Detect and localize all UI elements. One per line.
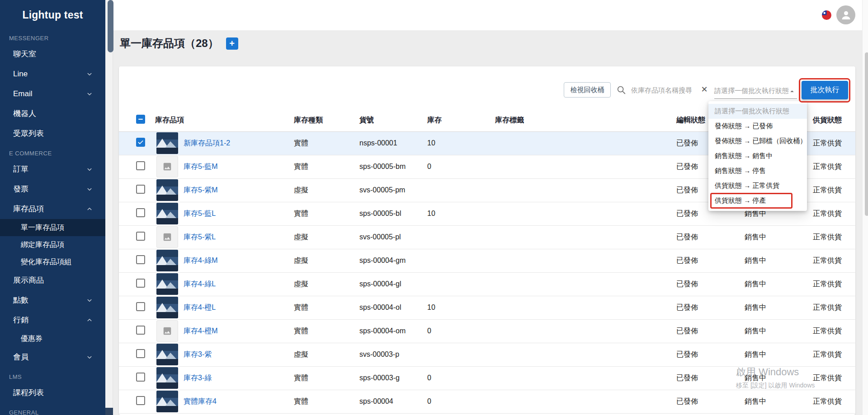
- table-row[interactable]: 庫存4-橙L實體sps-00004-ol10已發佈銷售中正常供貨: [119, 296, 855, 319]
- sidebar-item-label: 變化庫存品項組: [21, 258, 71, 266]
- sidebar-item[interactable]: 單一庫存品項: [0, 219, 105, 236]
- row-checkbox[interactable]: [136, 232, 145, 241]
- dropdown-option[interactable]: 銷售狀態 → 停售: [708, 163, 807, 178]
- product-name-link[interactable]: 庫存4-綠M: [184, 256, 218, 266]
- topbar: [113, 0, 862, 30]
- sidebar-item[interactable]: 展示商品: [0, 270, 105, 290]
- dropdown-option[interactable]: 供貨狀態 → 正常供貨: [708, 178, 807, 193]
- product-name-link[interactable]: 庫存4-橙M: [184, 326, 218, 336]
- table-row[interactable]: 庫存4-綠M虛擬sps-00004-gm已發佈銷售中正常供貨: [119, 249, 855, 272]
- row-checkbox[interactable]: [136, 255, 145, 264]
- sidebar-item[interactable]: 優惠券: [0, 330, 105, 347]
- sidebar-scrollbar[interactable]: [105, 0, 113, 415]
- sale-status-cell: 銷售中: [745, 343, 813, 366]
- product-name-link[interactable]: 庫存5-紫M: [184, 186, 218, 195]
- stock-cell: [427, 272, 495, 296]
- search-icon: [616, 85, 626, 95]
- sidebar-item[interactable]: 訂單: [0, 159, 105, 179]
- sidebar-item-label: Email: [13, 89, 33, 98]
- sku-cell: sps-00005-bm: [359, 155, 427, 178]
- table-row[interactable]: 庫存5-紫L虛擬svs-00005-pl已發佈銷售中正常供貨: [119, 225, 855, 249]
- edit-status-cell: 已發佈: [676, 225, 745, 249]
- sidebar-item-label: 行銷: [13, 316, 28, 324]
- inventory-type-cell: 實體: [294, 366, 359, 390]
- clear-x-icon[interactable]: ✕: [698, 84, 710, 95]
- sidebar-item[interactable]: 行銷: [0, 310, 105, 330]
- view-trash-button[interactable]: 檢視回收桶: [564, 82, 611, 98]
- table-row[interactable]: 庫存3-紫虛擬svs-00003-p已發佈銷售中正常供貨: [119, 343, 855, 366]
- product-name-link[interactable]: 庫存4-橙L: [184, 303, 216, 312]
- page-scrollbar-thumb[interactable]: [865, 52, 868, 216]
- row-checkbox[interactable]: [136, 279, 145, 288]
- table-row[interactable]: 庫存3-綠實體sps-00003-g0已發佈銷售中正常供貨: [119, 366, 855, 390]
- dropdown-option[interactable]: 發佈狀態 → 已發佈: [708, 119, 807, 134]
- edit-status-cell: 已發佈: [676, 366, 745, 390]
- dropdown-option[interactable]: 銷售狀態 → 銷售中: [708, 149, 807, 163]
- sidebar-section-label: MESSENGER: [0, 28, 105, 44]
- product-photo-thumbnail: [156, 273, 178, 295]
- row-checkbox[interactable]: [136, 302, 145, 311]
- batch-status-select[interactable]: 請選擇一個批次執行狀態: [714, 84, 797, 99]
- sidebar-item[interactable]: 受眾列表: [0, 124, 105, 144]
- row-checkbox[interactable]: [136, 185, 145, 194]
- row-checkbox[interactable]: [136, 373, 145, 382]
- row-checkbox[interactable]: [136, 326, 145, 335]
- sidebar-scrollbar-down-button[interactable]: [105, 408, 113, 415]
- sidebar-item[interactable]: 發票: [0, 179, 105, 199]
- sidebar-item[interactable]: 點數: [0, 290, 105, 310]
- sidebar-item[interactable]: 庫存品項: [0, 199, 105, 219]
- supply-status-cell: 正常供貨: [813, 249, 855, 272]
- table-row[interactable]: 實體庫存4實體sps-000040已發佈銷售中正常供貨: [119, 390, 855, 413]
- chevron-down-icon: [85, 296, 94, 304]
- table-row[interactable]: 庫存4-橙M實體sps-00004-om0已發佈銷售中正常供貨: [119, 319, 855, 343]
- placeholder-image-icon: [156, 320, 178, 342]
- product-name-link[interactable]: 庫存3-綠: [184, 373, 212, 383]
- search-input[interactable]: [631, 83, 699, 97]
- product-name-link[interactable]: 實體庫存4: [184, 397, 217, 406]
- batch-execute-button[interactable]: 批次執行: [802, 81, 848, 99]
- sidebar-item[interactable]: 會員: [0, 347, 105, 367]
- select-all-checkbox[interactable]: [136, 115, 145, 124]
- dropdown-option[interactable]: 發佈狀態 → 已歸檔（回收桶）: [708, 134, 807, 149]
- dropdown-option[interactable]: 供貨狀態 → 停產: [708, 193, 807, 208]
- row-checkbox[interactable]: [136, 208, 145, 217]
- sidebar-item[interactable]: Email: [0, 84, 105, 104]
- sidebar-item-label: 點數: [13, 296, 28, 304]
- sidebar-item-label: 發票: [13, 185, 28, 193]
- column-header: 供貨狀態: [813, 109, 855, 131]
- sidebar-item[interactable]: Line: [0, 64, 105, 84]
- chevron-down-icon: [85, 185, 94, 193]
- chevron-up-icon: [85, 205, 94, 213]
- row-checkbox[interactable]: [136, 349, 145, 358]
- sidebar-item-label: 單一庫存品項: [21, 224, 64, 231]
- sidebar-item-label: 會員: [13, 353, 28, 361]
- sidebar-item[interactable]: 機器人: [0, 104, 105, 124]
- edit-status-cell: 已發佈: [676, 343, 745, 366]
- dropdown-option[interactable]: 請選擇一個批次執行狀態: [708, 104, 807, 119]
- sidebar-item[interactable]: 綁定庫存品項: [0, 236, 105, 253]
- product-name-link[interactable]: 新庫存品項1-2: [184, 139, 230, 148]
- product-name-link[interactable]: 庫存3-紫: [184, 350, 212, 359]
- user-avatar-icon[interactable]: [836, 5, 855, 24]
- row-checkbox[interactable]: [136, 138, 145, 147]
- product-name-link[interactable]: 庫存5-藍L: [184, 209, 216, 219]
- sku-cell: sps-00004-gm: [359, 249, 427, 272]
- sidebar-scrollbar-thumb[interactable]: [108, 0, 113, 52]
- product-name-link[interactable]: 庫存4-綠L: [184, 280, 216, 289]
- product-name-link[interactable]: 庫存5-藍M: [184, 162, 218, 172]
- language-flag-icon[interactable]: [822, 10, 831, 20]
- sale-status-cell: 銷售中: [745, 366, 813, 390]
- product-name-link[interactable]: 庫存5-紫L: [184, 233, 216, 242]
- sidebar-item[interactable]: 變化庫存品項組: [0, 253, 105, 270]
- tag-cell: [495, 225, 676, 249]
- add-inventory-button[interactable]: +: [226, 37, 238, 50]
- sidebar-item[interactable]: 課程列表: [0, 383, 105, 403]
- page-scrollbar[interactable]: [862, 0, 868, 415]
- table-row[interactable]: 庫存4-綠L虛擬sps-00004-gl已發佈銷售中正常供貨: [119, 272, 855, 296]
- row-checkbox[interactable]: [136, 396, 145, 405]
- sidebar-item[interactable]: 聊天室: [0, 44, 105, 64]
- batch-status-dropdown-menu: 請選擇一個批次執行狀態發佈狀態 → 已發佈發佈狀態 → 已歸檔（回收桶）銷售狀態…: [708, 101, 807, 211]
- row-checkbox[interactable]: [136, 161, 145, 170]
- tag-cell: [495, 343, 676, 366]
- tag-cell: [495, 296, 676, 319]
